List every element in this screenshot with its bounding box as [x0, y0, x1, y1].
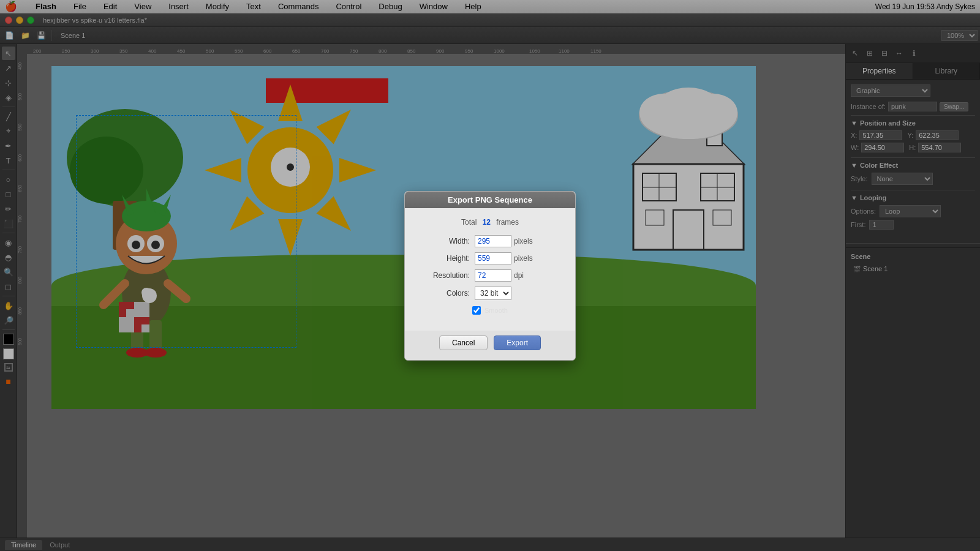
resolution-unit: dpi	[514, 271, 524, 280]
dialog-info: Total 12 frames	[420, 218, 560, 227]
resolution-label: Resolution:	[420, 271, 475, 280]
dialog-title: Export PNG Sequence	[405, 192, 575, 208]
frames-label: frames	[496, 218, 519, 227]
height-label: Height:	[420, 254, 475, 263]
total-frames-value: 12	[483, 218, 491, 227]
export-button[interactable]: Export	[494, 335, 541, 350]
height-input[interactable]	[475, 252, 511, 264]
resolution-row: Resolution: dpi	[420, 269, 560, 282]
total-label: Total	[461, 218, 477, 227]
height-unit: pixels	[514, 254, 533, 263]
colors-select[interactable]: 32 bit 24 bit 8 bit	[475, 287, 511, 300]
width-label: Width:	[420, 237, 475, 246]
cancel-button[interactable]: Cancel	[439, 335, 488, 350]
smooth-row: Smooth	[420, 306, 560, 315]
width-input[interactable]	[475, 235, 511, 247]
width-row: Width: pixels	[420, 235, 560, 247]
resolution-input[interactable]	[475, 269, 511, 282]
export-dialog: Export PNG Sequence Total 12 frames Widt…	[404, 191, 576, 361]
width-unit: pixels	[514, 237, 533, 246]
smooth-label: Smooth	[484, 307, 508, 314]
colors-row: Colors: 32 bit 24 bit 8 bit	[420, 287, 560, 300]
height-row: Height: pixels	[420, 252, 560, 264]
dialog-body: Total 12 frames Width: pixels Height: pi…	[405, 208, 575, 331]
colors-label: Colors:	[420, 289, 475, 298]
smooth-checkbox[interactable]	[472, 306, 481, 315]
dialog-buttons: Cancel Export	[405, 331, 575, 360]
modal-overlay: Export PNG Sequence Total 12 frames Widt…	[0, 0, 980, 551]
